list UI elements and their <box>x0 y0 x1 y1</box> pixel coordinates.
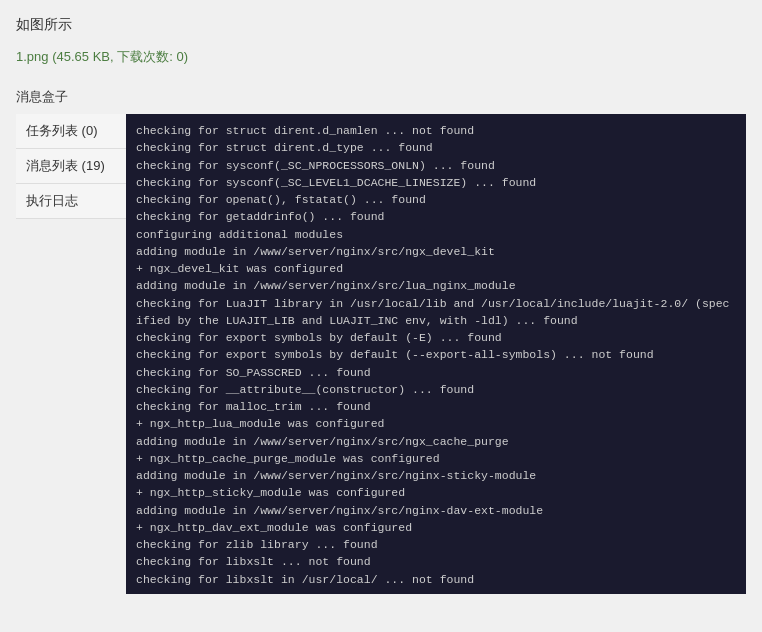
terminal-line: checking for malloc_trim ... found <box>136 398 736 415</box>
terminal-line: checking for libxslt ... not found <box>136 553 736 570</box>
terminal-line: + ngx_http_sticky_module was configured <box>136 484 736 501</box>
terminal-line: checking for LuaJIT library in /usr/loca… <box>136 295 736 330</box>
terminal-line: checking for export symbols by default (… <box>136 329 736 346</box>
terminal-container[interactable]: checking for struct dirent.d_namlen ... … <box>126 114 746 594</box>
terminal-line: + ngx_http_dav_ext_module was configured <box>136 519 736 536</box>
terminal-line: checking for export symbols by default (… <box>136 346 736 363</box>
main-content: checking for struct dirent.d_namlen ... … <box>126 114 746 594</box>
terminal-line: configuring additional modules <box>136 226 736 243</box>
terminal-line: adding module in /www/server/nginx/src/n… <box>136 433 736 450</box>
terminal-line: + ngx_http_cache_purge_module was config… <box>136 450 736 467</box>
terminal-line: checking for SO_PASSCRED ... found <box>136 364 736 381</box>
sidebar-item-messages[interactable]: 消息列表 (19) <box>16 149 126 184</box>
message-box-title: 消息盒子 <box>16 88 746 106</box>
page-container: 如图所示 1.png (45.65 KB, 下载次数: 0) 消息盒子 任务列表… <box>0 0 762 632</box>
terminal-line: checking for struct dirent.d_type ... fo… <box>136 139 736 156</box>
terminal-text: checking for struct dirent.d_namlen ... … <box>136 122 736 588</box>
terminal-line: adding module in /www/server/nginx/src/n… <box>136 502 736 519</box>
terminal-line: checking for openat(), fstatat() ... fou… <box>136 191 736 208</box>
terminal-line: checking for __attribute__(constructor) … <box>136 381 736 398</box>
message-box-section: 消息盒子 任务列表 (0) 消息列表 (19) 执行日志 checking fo… <box>16 88 746 594</box>
sidebar-item-log[interactable]: 执行日志 <box>16 184 126 219</box>
terminal-line: checking for struct dirent.d_namlen ... … <box>136 122 736 139</box>
sidebar-item-tasks[interactable]: 任务列表 (0) <box>16 114 126 149</box>
terminal-line: adding module in /www/server/nginx/src/n… <box>136 243 736 260</box>
terminal-line: + ngx_http_lua_module was configured <box>136 415 736 432</box>
layout: 任务列表 (0) 消息列表 (19) 执行日志 checking for str… <box>16 114 746 594</box>
terminal-line: + ngx_devel_kit was configured <box>136 260 736 277</box>
terminal-line: checking for sysconf(_SC_NPROCESSORS_ONL… <box>136 157 736 174</box>
terminal-line: checking for libxslt in /usr/local/ ... … <box>136 571 736 588</box>
sidebar: 任务列表 (0) 消息列表 (19) 执行日志 <box>16 114 126 594</box>
terminal-line: checking for zlib library ... found <box>136 536 736 553</box>
terminal-line: checking for sysconf(_SC_LEVEL1_DCACHE_L… <box>136 174 736 191</box>
page-title: 如图所示 <box>16 16 746 34</box>
file-link[interactable]: 1.png (45.65 KB, 下载次数: 0) <box>16 48 188 66</box>
terminal-line: adding module in /www/server/nginx/src/l… <box>136 277 736 294</box>
terminal-line: checking for getaddrinfo() ... found <box>136 208 736 225</box>
terminal-line: adding module in /www/server/nginx/src/n… <box>136 467 736 484</box>
